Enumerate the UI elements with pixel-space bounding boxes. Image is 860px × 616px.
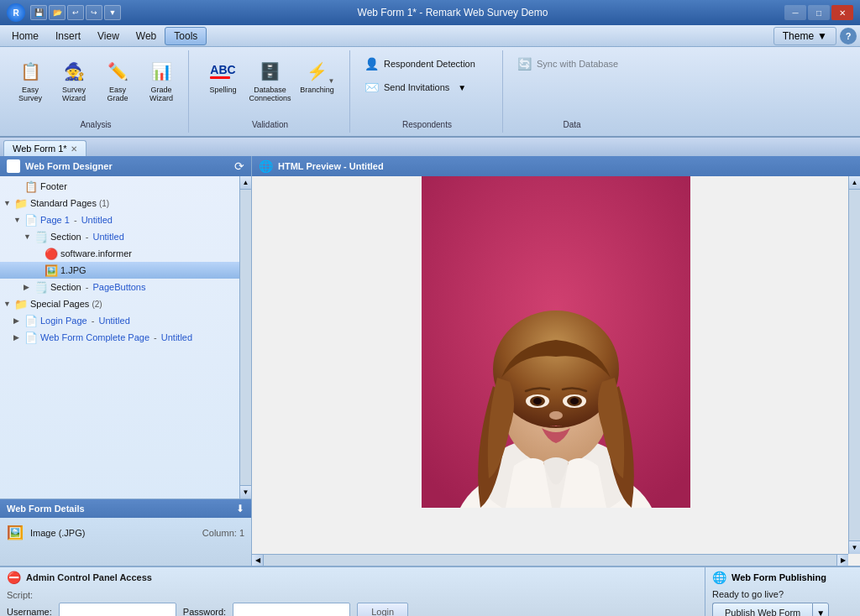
survey-wizard-label: SurveyWizard	[62, 86, 86, 103]
password-input[interactable]	[233, 603, 350, 616]
standard-pages-icon: 📁	[13, 196, 29, 210]
easy-grade-button[interactable]: ✏️ EasyGrade	[97, 54, 138, 107]
respondent-detection-button[interactable]: 👤 Respondent Detection	[359, 54, 496, 74]
easy-survey-label: EasySurvey	[18, 86, 42, 103]
ribbon: 📋 EasySurvey 🧙 SurveyWizard ✏️ EasyGrade…	[0, 47, 860, 138]
menu-view[interactable]: View	[89, 28, 128, 44]
menu-insert[interactable]: Insert	[47, 28, 89, 44]
preview-image	[258, 176, 854, 554]
grade-wizard-icon: 📊	[148, 58, 175, 85]
branching-button[interactable]: ⚡ Branching ▼	[297, 54, 338, 99]
scroll-up-btn[interactable]: ▲	[240, 176, 251, 190]
publish-web-form-button[interactable]: Publish Web Form	[712, 603, 812, 616]
details-column: Column: 1	[202, 528, 244, 538]
send-invitations-dropdown[interactable]: ▼	[458, 83, 466, 92]
easy-grade-label: EasyGrade	[107, 86, 128, 103]
database-connections-button[interactable]: 🗄️ DatabaseConnections	[247, 54, 294, 107]
login-button[interactable]: Login	[357, 603, 408, 616]
sync-database-label: Sync with Database	[537, 59, 618, 69]
publish-dropdown-button[interactable]: ▼	[812, 603, 829, 616]
quick-save-btn[interactable]: 💾	[30, 5, 47, 20]
quick-undo-btn[interactable]: ↩	[67, 5, 84, 20]
username-label: Username:	[7, 607, 52, 616]
tree-item-1jpg[interactable]: 🖼️ 1.JPG	[0, 262, 239, 279]
sync-database-icon: 🔄	[517, 57, 532, 70]
details-collapse-btn[interactable]: ⬇	[236, 503, 244, 514]
publish-title: Web Form Publishing	[732, 572, 826, 582]
tree-item-footer[interactable]: 📋 Footer	[0, 178, 239, 195]
database-connections-label: DatabaseConnections	[249, 86, 291, 103]
bottom-right-panel: 🌐 Web Form Publishing Ready to go live? …	[705, 567, 860, 616]
analysis-group-label: Analysis	[80, 120, 111, 129]
quick-open-btn[interactable]: 📂	[49, 5, 66, 20]
tab-web-form-1[interactable]: Web Form 1* ✕	[3, 140, 87, 156]
survey-wizard-button[interactable]: 🧙 SurveyWizard	[54, 54, 94, 107]
tree-area[interactable]: 📋 Footer ▼ 📁 Standard Pages (1) ▼ 📄 Page…	[0, 176, 239, 499]
section1-icon: 🗒️	[34, 230, 49, 243]
sync-database-button: 🔄 Sync with Database	[511, 54, 632, 74]
menu-home[interactable]: Home	[3, 28, 47, 44]
branching-dropdown[interactable]: ▼	[328, 77, 335, 85]
respondents-group-label: Respondents	[352, 120, 502, 129]
help-button[interactable]: ?	[840, 28, 857, 44]
scroll-down-btn[interactable]: ▼	[240, 485, 251, 499]
script-label: Script:	[7, 590, 33, 600]
tree-item-special-pages[interactable]: ▼ 📁 Special Pages (2)	[0, 295, 239, 312]
respondent-detection-label: Respondent Detection	[384, 59, 475, 69]
maximize-button[interactable]: □	[808, 5, 830, 20]
tab-close-icon[interactable]: ✕	[71, 144, 77, 154]
publish-icon: 🌐	[712, 571, 726, 584]
send-invitations-button[interactable]: ✉️ Send Invitations ▼	[359, 77, 496, 97]
tree-item-login-page[interactable]: ▶ 📄 Login Page - Untitled	[0, 312, 239, 329]
survey-wizard-icon: 🧙	[60, 58, 87, 85]
software-informer-icon: 🔴	[44, 247, 59, 260]
spelling-button[interactable]: ABC Spelling	[203, 54, 244, 99]
data-group-label: Data	[505, 120, 639, 129]
ready-text: Ready to go live?	[712, 589, 853, 599]
preview-header: 🌐 HTML Preview - Untitled	[252, 156, 860, 176]
preview-vscrollbar[interactable]: ▲ ▼	[848, 176, 860, 554]
preview-content: ▲ ▼ ◀ ▶	[252, 176, 860, 566]
refresh-button[interactable]: ⟳	[234, 159, 244, 173]
title-bar: R 💾 📂 ↩ ↪ ▼ Web Form 1* - Remark Web Sur…	[0, 0, 860, 25]
app-logo: R	[7, 3, 25, 22]
bottom-left-panel: ⛔ Admin Control Panel Access Script: Use…	[0, 567, 705, 616]
ribbon-group-analysis: 📋 EasySurvey 🧙 SurveyWizard ✏️ EasyGrade…	[3, 50, 189, 133]
grade-wizard-label: GradeWizard	[149, 86, 173, 103]
quick-access-toolbar: 💾 📂 ↩ ↪ ▼	[30, 5, 121, 20]
grade-wizard-button[interactable]: 📊 GradeWizard	[141, 54, 181, 107]
username-input[interactable]	[59, 603, 176, 616]
1jpg-icon: 🖼️	[44, 264, 59, 277]
menu-web[interactable]: Web	[128, 28, 165, 44]
preview-hscrollbar[interactable]: ◀ ▶	[252, 554, 848, 566]
tab-bar: Web Form 1* ✕	[0, 138, 860, 156]
tree-item-section1[interactable]: ▼ 🗒️ Section - Untitled	[0, 228, 239, 245]
preview-title: HTML Preview - Untitled	[278, 161, 384, 171]
footer-icon: 📋	[24, 180, 39, 193]
login-page-icon: 📄	[24, 314, 39, 327]
validation-group-label: Validation	[252, 120, 288, 129]
quick-dropdown-btn[interactable]: ▼	[104, 5, 121, 20]
page1-icon: 📄	[24, 213, 39, 227]
easy-survey-button[interactable]: 📋 EasySurvey	[10, 54, 50, 107]
web-complete-icon: 📄	[24, 331, 39, 344]
tree-item-standard-pages[interactable]: ▼ 📁 Standard Pages (1)	[0, 195, 239, 211]
menu-tools[interactable]: Tools	[165, 27, 207, 45]
spelling-label: Spelling	[209, 86, 236, 95]
details-title: Web Form Details	[7, 504, 85, 514]
password-label: Password:	[183, 607, 226, 616]
minimize-button[interactable]: ─	[784, 5, 806, 20]
theme-button[interactable]: Theme ▼	[773, 27, 836, 45]
tree-scrollbar[interactable]: ▲ ▼	[239, 176, 251, 499]
tree-item-page1[interactable]: ▼ 📄 Page 1 - Untitled	[0, 211, 239, 228]
tab-label: Web Form 1*	[13, 144, 67, 154]
admin-error-icon: ⛔	[7, 571, 21, 584]
tree-item-web-complete-page[interactable]: ▶ 📄 Web Form Complete Page - Untitled	[0, 329, 239, 346]
branching-label: Branching	[300, 86, 334, 95]
tree-item-section-pagebuttons[interactable]: ▶ 🗒️ Section - PageButtons	[0, 279, 239, 295]
send-invitations-label: Send Invitations	[384, 82, 449, 92]
admin-title: Admin Control Panel Access	[26, 572, 152, 582]
quick-redo-btn[interactable]: ↪	[86, 5, 102, 20]
tree-item-software-informer[interactable]: 🔴 software.informer	[0, 245, 239, 262]
close-button[interactable]: ✕	[831, 5, 853, 20]
